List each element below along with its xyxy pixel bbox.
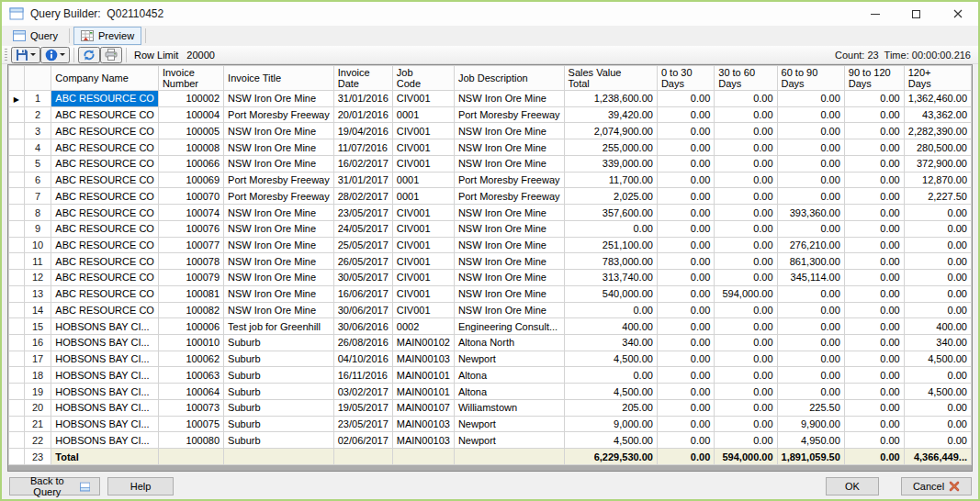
grid-cell[interactable]: 0.00 bbox=[777, 188, 844, 205]
grid-cell[interactable]: Suburb bbox=[224, 384, 334, 400]
grid-cell[interactable]: Port Moresby Freeway bbox=[454, 188, 564, 205]
grid-cell[interactable]: 31/01/2016 bbox=[333, 91, 392, 107]
maximize-button[interactable] bbox=[896, 2, 937, 26]
grid-cell[interactable]: 100079 bbox=[158, 270, 223, 286]
row-indicator[interactable]: ▶ bbox=[9, 91, 25, 107]
grid-cell[interactable]: Suburb bbox=[224, 351, 334, 367]
grid-cell[interactable]: MAIN00103 bbox=[392, 351, 454, 367]
row-indicator[interactable] bbox=[9, 220, 25, 237]
grid-cell[interactable]: 0.00 bbox=[844, 205, 904, 221]
grid-cell[interactable]: 393,360.00 bbox=[777, 205, 844, 221]
column-header[interactable]: Company Name bbox=[51, 66, 159, 91]
grid-cell[interactable]: NSW Iron Ore Mine bbox=[454, 139, 564, 156]
grid-cell[interactable]: 0.00 bbox=[715, 106, 777, 123]
grid-cell[interactable]: Suburb bbox=[224, 416, 334, 432]
grid-cell[interactable]: 100076 bbox=[158, 220, 223, 237]
grid-cell[interactable]: HOBSONS BAY CI... bbox=[51, 416, 159, 432]
grid-cell[interactable] bbox=[224, 449, 334, 465]
grid-cell[interactable]: MAIN00102 bbox=[392, 335, 454, 351]
grid-cell[interactable]: 0.00 bbox=[844, 285, 904, 302]
grid-cell[interactable]: 100063 bbox=[158, 367, 223, 384]
grid-cell[interactable] bbox=[333, 449, 392, 465]
grid-cell[interactable]: 100005 bbox=[158, 123, 223, 139]
grid-cell[interactable]: Newport bbox=[454, 432, 564, 449]
grid-cell[interactable]: Port Moresby Freeway bbox=[224, 188, 334, 205]
grid-cell[interactable]: 0.00 bbox=[777, 302, 844, 318]
grid-cell[interactable]: MAIN00103 bbox=[392, 432, 454, 449]
grid-cell[interactable]: 313,740.00 bbox=[564, 270, 657, 286]
grid-cell[interactable]: 205.00 bbox=[564, 399, 657, 416]
row-header[interactable]: 12 bbox=[24, 270, 51, 286]
info-button[interactable] bbox=[40, 47, 70, 63]
grid-cell[interactable]: 0.00 bbox=[715, 91, 777, 107]
grid-cell[interactable]: 0.00 bbox=[777, 318, 844, 335]
grid-cell[interactable]: 251,100.00 bbox=[564, 237, 657, 253]
grid-cell[interactable]: 100078 bbox=[158, 253, 223, 270]
grid-cell[interactable]: CIV001 bbox=[392, 205, 454, 221]
row-header[interactable]: 18 bbox=[24, 367, 51, 384]
grid-cell[interactable]: 0.00 bbox=[777, 220, 844, 237]
grid-cell[interactable]: 0.00 bbox=[844, 449, 904, 465]
grid-cell[interactable]: Altona North bbox=[454, 335, 564, 351]
grid-cell[interactable]: Port Moresby Freeway bbox=[454, 106, 564, 123]
grid-cell[interactable]: 2,025.00 bbox=[564, 188, 657, 205]
grid-cell[interactable]: 16/02/2017 bbox=[333, 155, 392, 172]
grid-cell[interactable]: 28/02/2017 bbox=[333, 188, 392, 205]
grid-cell[interactable]: ABC RESOURCE CO bbox=[51, 302, 159, 318]
grid-cell[interactable]: 30/06/2016 bbox=[333, 318, 392, 335]
grid-cell[interactable]: 0.00 bbox=[657, 220, 714, 237]
row-header[interactable]: 6 bbox=[24, 172, 51, 188]
grid-cell[interactable]: 4,500.00 bbox=[904, 351, 971, 367]
row-indicator[interactable] bbox=[9, 106, 25, 123]
row-indicator[interactable] bbox=[9, 123, 25, 139]
row-header[interactable]: 17 bbox=[24, 351, 51, 367]
grid-cell[interactable]: 340.00 bbox=[564, 335, 657, 351]
grid-cell[interactable]: 255,000.00 bbox=[564, 139, 657, 156]
grid-cell[interactable]: ABC RESOURCE CO bbox=[51, 188, 159, 205]
row-indicator[interactable] bbox=[9, 432, 25, 449]
grid-cell[interactable]: 100004 bbox=[158, 106, 223, 123]
grid-cell[interactable]: Total bbox=[51, 449, 159, 465]
grid-cell[interactable]: ABC RESOURCE CO bbox=[51, 237, 159, 253]
grid-cell[interactable]: 0.00 bbox=[844, 270, 904, 286]
grid-cell[interactable]: 540,000.00 bbox=[564, 285, 657, 302]
grid-cell[interactable]: Port Moresby Freeway bbox=[454, 172, 564, 188]
grid-cell[interactable]: 100080 bbox=[158, 432, 223, 449]
grid-cell[interactable]: ABC RESOURCE CO bbox=[51, 91, 159, 107]
row-indicator[interactable] bbox=[9, 270, 25, 286]
grid-cell[interactable]: Engineering Consult... bbox=[454, 318, 564, 335]
row-indicator[interactable] bbox=[9, 416, 25, 432]
grid-cell[interactable]: 0.00 bbox=[657, 253, 714, 270]
grid-cell[interactable]: NSW Iron Ore Mine bbox=[224, 155, 334, 172]
grid-cell[interactable]: 0.00 bbox=[715, 172, 777, 188]
grid-cell[interactable]: CIV001 bbox=[392, 237, 454, 253]
grid-cell[interactable]: 0.00 bbox=[844, 318, 904, 335]
grid-cell[interactable]: Port Moresby Freeway bbox=[224, 106, 334, 123]
grid-cell[interactable]: HOBSONS BAY CI... bbox=[51, 399, 159, 416]
grid-cell[interactable]: 6,229,530.00 bbox=[564, 449, 657, 465]
grid-cell[interactable]: HOBSONS BAY CI... bbox=[51, 384, 159, 400]
row-header[interactable]: 22 bbox=[24, 432, 51, 449]
grid-cell[interactable]: NSW Iron Ore Mine bbox=[224, 139, 334, 156]
grid-cell[interactable]: 0.00 bbox=[844, 188, 904, 205]
grid-cell[interactable]: 0.00 bbox=[777, 139, 844, 156]
grid-cell[interactable]: 0.00 bbox=[657, 432, 714, 449]
grid-cell[interactable]: 0.00 bbox=[777, 106, 844, 123]
row-header[interactable]: 5 bbox=[24, 155, 51, 172]
grid-cell[interactable]: 400.00 bbox=[904, 318, 971, 335]
grid-cell[interactable]: CIV001 bbox=[392, 253, 454, 270]
grid-cell[interactable]: 0.00 bbox=[904, 285, 971, 302]
minimize-button[interactable] bbox=[854, 2, 896, 26]
grid-cell[interactable]: 0001 bbox=[392, 106, 454, 123]
grid-cell[interactable]: NSW Iron Ore Mine bbox=[454, 302, 564, 318]
grid-cell[interactable]: 100070 bbox=[158, 188, 223, 205]
grid-cell[interactable]: 0.00 bbox=[657, 285, 714, 302]
row-indicator[interactable] bbox=[9, 335, 25, 351]
grid-cell[interactable]: NSW Iron Ore Mine bbox=[454, 123, 564, 139]
column-header[interactable]: 30 to 60 Days bbox=[715, 66, 777, 91]
row-indicator[interactable] bbox=[9, 188, 25, 205]
grid-cell[interactable]: 0.00 bbox=[844, 384, 904, 400]
grid-cell[interactable]: 0002 bbox=[392, 318, 454, 335]
grid-cell[interactable]: 4,500.00 bbox=[564, 384, 657, 400]
grid-cell[interactable]: HOBSONS BAY CI... bbox=[51, 318, 159, 335]
